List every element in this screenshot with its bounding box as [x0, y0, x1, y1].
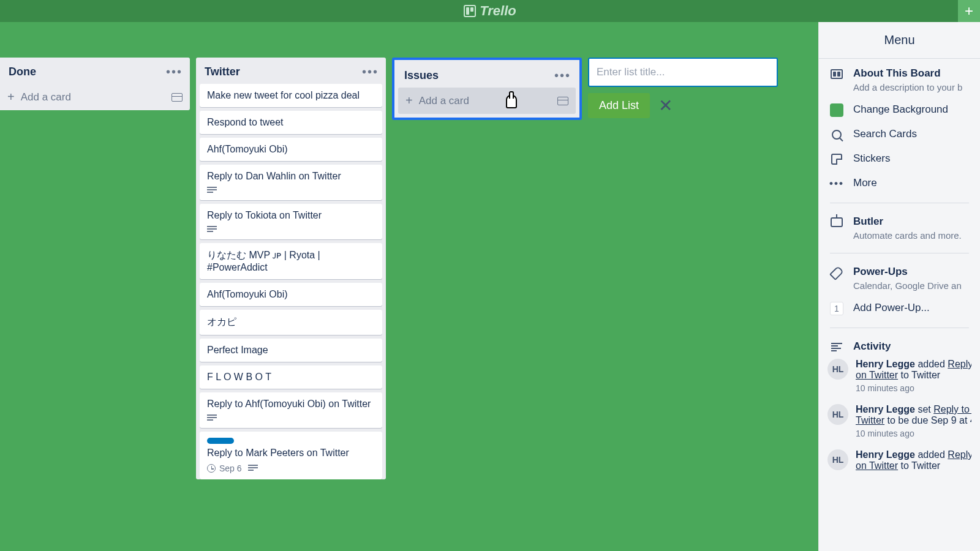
board-menu-panel: Menu About This BoardAdd a description t…	[818, 22, 980, 551]
top-bar: Trello +	[0, 0, 980, 22]
description-icon	[248, 465, 258, 472]
card[interactable]: Ahf(Tomoyuki Obi)	[200, 283, 382, 306]
avatar: HL	[827, 359, 848, 380]
add-card-button[interactable]: +Add a card	[0, 84, 190, 110]
card[interactable]: りなたむ MVP ᴊᴘ | Ryota | #PowerAddict	[200, 243, 382, 279]
list-twitter: Twitter ••• Make new tweet for cool pizz…	[196, 58, 386, 479]
rocket-icon	[831, 267, 842, 278]
board-icon	[464, 5, 476, 17]
list-menu-button[interactable]: •••	[166, 65, 183, 79]
list-menu-button[interactable]: •••	[554, 69, 571, 83]
menu-activity-header: Activity	[830, 340, 969, 354]
app-logo[interactable]: Trello	[464, 3, 516, 19]
avatar: HL	[827, 404, 848, 425]
card[interactable]: オカピ	[200, 310, 382, 335]
robot-icon	[831, 217, 843, 227]
menu-butler[interactable]: ButlerAutomate cards and more.	[830, 216, 969, 241]
menu-search-cards[interactable]: Search Cards	[830, 128, 969, 141]
card[interactable]: Respond to tweet	[200, 111, 382, 134]
card[interactable]: Reply to Dan Wahlin on Twitter	[200, 165, 382, 200]
description-icon	[207, 187, 217, 194]
due-date-icon	[207, 464, 216, 473]
activity-icon	[831, 343, 842, 351]
menu-more[interactable]: ••• More	[830, 177, 969, 190]
close-icon[interactable]: ✕	[658, 96, 673, 116]
menu-title: Menu	[819, 22, 980, 59]
cursor-pointer-icon	[503, 92, 517, 108]
template-icon[interactable]	[172, 93, 183, 102]
card[interactable]: F L O W B O T	[200, 365, 382, 389]
avatar: HL	[827, 449, 848, 470]
activity-item[interactable]: HL Henry Legge added Reply t on Twitter …	[827, 359, 971, 393]
plus-icon: +	[405, 94, 413, 108]
app-name: Trello	[480, 3, 516, 19]
powerup-count: 1	[830, 302, 843, 315]
search-icon	[832, 130, 842, 140]
add-list-composer: Add List ✕	[588, 58, 778, 118]
board-icon	[831, 69, 843, 79]
new-list-title-input[interactable]	[588, 58, 778, 87]
list-title[interactable]: Done	[9, 66, 36, 78]
description-icon	[207, 226, 217, 233]
card[interactable]: Reply to Mark Peeters on Twitter Sep 6	[200, 432, 382, 479]
card[interactable]: Reply to Ahf(Tomoyuki Obi) on Twitter	[200, 392, 382, 428]
template-icon[interactable]	[557, 97, 568, 105]
add-list-button[interactable]: Add List	[588, 93, 650, 118]
more-icon: •••	[830, 177, 843, 190]
card[interactable]: Ahf(Tomoyuki Obi)	[200, 138, 382, 161]
menu-add-power-up[interactable]: 1 Add Power-Up...	[830, 302, 969, 315]
add-card-button[interactable]: +Add a card	[398, 88, 576, 114]
activity-item[interactable]: HL Henry Legge set Reply to H Twitter to…	[827, 404, 971, 438]
menu-change-background[interactable]: Change Background	[830, 103, 969, 117]
activity-list: HL Henry Legge added Reply t on Twitter …	[819, 359, 980, 471]
list-title[interactable]: Twitter	[205, 66, 240, 78]
card-list: Make new tweet for cool pizza deal Respo…	[196, 84, 386, 479]
card[interactable]: Reply to Tokiota on Twitter	[200, 204, 382, 239]
global-add-button[interactable]: +	[958, 0, 980, 22]
plus-icon: +	[7, 90, 15, 104]
list-menu-button[interactable]: •••	[362, 65, 379, 79]
card-label-blue	[207, 438, 234, 444]
description-icon	[207, 414, 217, 422]
color-swatch-icon	[830, 103, 843, 117]
list-done: Done ••• +Add a card	[0, 58, 190, 110]
activity-item[interactable]: HL Henry Legge added Reply t on Twitter …	[827, 449, 971, 471]
menu-about-board[interactable]: About This BoardAdd a description to you…	[830, 67, 969, 92]
list-title[interactable]: Issues	[404, 69, 439, 82]
sticker-icon	[831, 154, 842, 165]
menu-power-ups[interactable]: Power-UpsCalendar, Google Drive an	[830, 266, 969, 291]
card[interactable]: Perfect Image	[200, 339, 382, 362]
menu-stickers[interactable]: Stickers	[830, 152, 969, 166]
list-issues: Issues ••• +Add a card	[392, 58, 582, 120]
card[interactable]: Make new tweet for cool pizza deal	[200, 84, 382, 107]
